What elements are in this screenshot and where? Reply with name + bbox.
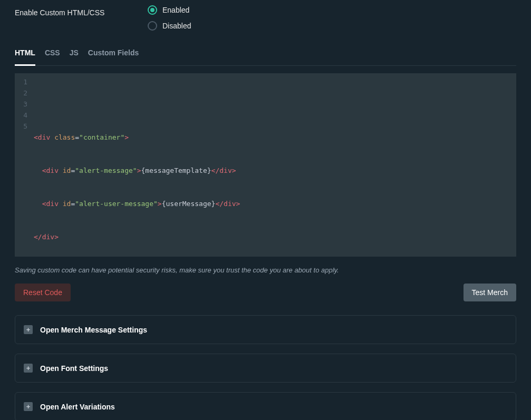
code-line-4: <div id="alert-user-message">{userMessag… (34, 198, 240, 209)
tab-js[interactable]: JS (70, 43, 79, 65)
enable-custom-code-setting: Enable Custom HTML/CSS Enabled Disabled (15, 5, 516, 31)
radio-label: Disabled (162, 22, 191, 30)
code-line-1 (34, 99, 240, 110)
accordion-title: Open Alert Variations (40, 403, 115, 411)
radio-group: Enabled Disabled (148, 5, 191, 31)
radio-icon (148, 5, 157, 15)
accordion-title: Open Font Settings (40, 364, 108, 373)
plus-icon: + (24, 402, 33, 411)
code-line-5: </div> (34, 231, 240, 242)
test-merch-button[interactable]: Test Merch (464, 284, 516, 301)
code-editor[interactable]: 1 2 3 4 5 <div class="container"> <div i… (15, 73, 516, 257)
accordion-alert-variations[interactable]: + Open Alert Variations (15, 392, 516, 420)
security-warning: Saving custom code can have potential se… (15, 266, 516, 274)
radio-disabled[interactable]: Disabled (148, 21, 191, 31)
accordion-merch-message[interactable]: + Open Merch Message Settings (15, 315, 516, 344)
code-line-2: <div class="container"> (34, 132, 240, 143)
tab-css[interactable]: CSS (45, 43, 60, 65)
plus-icon: + (24, 364, 33, 373)
code-body: <div class="container"> <div id="alert-m… (32, 73, 240, 257)
radio-label: Enabled (162, 6, 189, 14)
setting-label: Enable Custom HTML/CSS (15, 5, 148, 17)
buttons-row: Reset Code Test Merch (15, 284, 516, 301)
accordion-font-settings[interactable]: + Open Font Settings (15, 354, 516, 383)
code-line-3: <div id="alert-message">{messageTemplate… (34, 165, 240, 176)
code-tabs: HTML CSS JS Custom Fields (15, 43, 516, 66)
accordion-title: Open Merch Message Settings (40, 326, 147, 334)
plus-icon: + (24, 325, 33, 334)
tab-html[interactable]: HTML (15, 43, 35, 66)
radio-icon (148, 21, 157, 31)
tab-custom-fields[interactable]: Custom Fields (88, 43, 139, 65)
line-gutter: 1 2 3 4 5 (15, 73, 32, 257)
reset-code-button[interactable]: Reset Code (15, 284, 71, 301)
radio-enabled[interactable]: Enabled (148, 5, 191, 15)
